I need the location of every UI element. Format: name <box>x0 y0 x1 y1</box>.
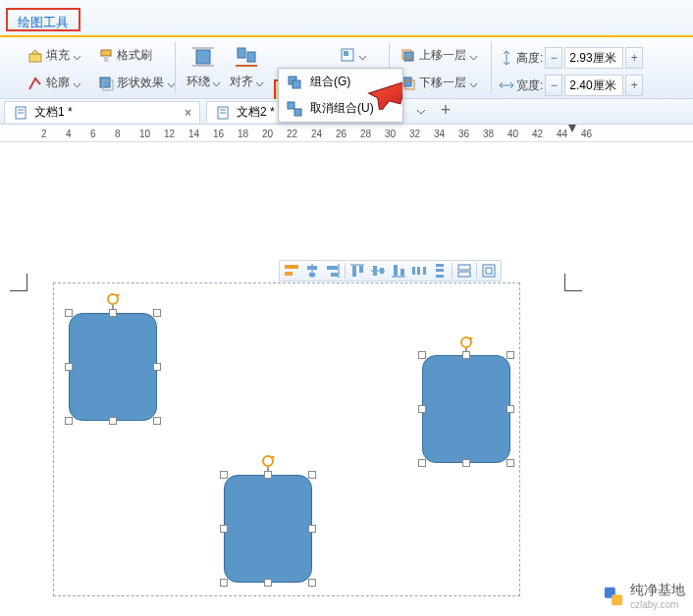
resize-handle[interactable] <box>109 309 117 317</box>
resize-handle[interactable] <box>418 459 426 467</box>
width-input[interactable] <box>564 75 623 96</box>
canvas[interactable] <box>0 144 693 616</box>
ruler-tick: 42 <box>532 128 543 139</box>
width-label: 宽度: <box>516 77 543 94</box>
resize-handle[interactable] <box>220 525 228 533</box>
svg-rect-2 <box>104 56 108 62</box>
title-tab-bar: 绘图工具 <box>0 0 693 37</box>
bring-forward-label: 上移一层 <box>419 47 466 64</box>
ruler-tick: 18 <box>238 128 248 139</box>
resize-handle[interactable] <box>220 579 228 587</box>
resize-handle[interactable] <box>506 351 514 359</box>
chevron-down-icon <box>469 51 478 60</box>
align-right-icon[interactable] <box>324 262 342 280</box>
svg-rect-39 <box>331 273 338 277</box>
resize-handle[interactable] <box>308 471 316 479</box>
resize-handle[interactable] <box>264 471 272 479</box>
height-icon <box>499 50 514 66</box>
svg-rect-44 <box>373 266 377 276</box>
fill-button[interactable]: 填充 <box>27 47 81 64</box>
resize-handle[interactable] <box>506 459 514 467</box>
group-icon <box>287 75 302 90</box>
shape-effect-icon <box>98 76 114 91</box>
align-button[interactable]: 对齐 <box>228 43 265 90</box>
separator <box>345 263 346 279</box>
resize-handle[interactable] <box>153 309 161 317</box>
bring-forward-icon <box>400 48 416 64</box>
resize-handle[interactable] <box>308 525 316 533</box>
new-tab-button[interactable]: + <box>436 100 455 120</box>
distribute-v-icon[interactable] <box>431 262 449 280</box>
chevron-down-icon <box>73 78 81 87</box>
format-painter-button[interactable]: 格式刷 <box>98 47 152 64</box>
tab-list-icon[interactable] <box>412 103 430 121</box>
resize-handle[interactable] <box>65 309 73 317</box>
resize-handle[interactable] <box>220 471 228 479</box>
ruler-tick: 46 <box>581 128 592 139</box>
svg-rect-54 <box>436 275 444 278</box>
height-decrease[interactable]: − <box>545 47 562 69</box>
drawing-tools-tab[interactable]: 绘图工具 <box>6 8 80 31</box>
align-bottom-icon[interactable] <box>390 262 407 280</box>
svg-rect-42 <box>359 266 363 273</box>
width-decrease[interactable]: − <box>545 75 562 96</box>
wrap-label: 环绕 <box>187 74 210 90</box>
resize-handle[interactable] <box>109 417 117 425</box>
align-center-h-icon[interactable] <box>303 262 321 280</box>
resize-handle[interactable] <box>418 351 426 359</box>
resize-handle[interactable] <box>462 351 470 359</box>
resize-handle[interactable] <box>418 405 426 413</box>
resize-handle[interactable] <box>153 363 161 371</box>
fill-label: 填充 <box>46 47 70 64</box>
height-group: 高度: − + <box>499 47 643 69</box>
send-backward-label: 下移一层 <box>419 75 466 91</box>
document-tab-1[interactable]: 文档1 * × <box>4 101 200 123</box>
distribute-h-icon[interactable] <box>410 262 428 280</box>
width-increase[interactable]: + <box>625 75 643 96</box>
svg-rect-3 <box>100 77 110 87</box>
svg-rect-33 <box>285 272 293 276</box>
ruler-tick: 38 <box>483 128 494 139</box>
rounded-rectangle-shape[interactable] <box>69 313 157 421</box>
svg-rect-41 <box>352 266 356 277</box>
ruler-tick: 32 <box>409 128 420 139</box>
chevron-down-icon <box>212 77 221 86</box>
align-left-icon[interactable] <box>283 262 300 280</box>
ruler-tick: 2 <box>41 128 47 139</box>
resize-handle[interactable] <box>506 405 514 413</box>
separator <box>175 42 176 93</box>
same-size-icon[interactable] <box>480 262 498 280</box>
close-icon[interactable]: × <box>185 106 191 120</box>
send-backward-button[interactable]: 下移一层 <box>400 75 478 91</box>
height-increase[interactable]: + <box>625 47 643 69</box>
svg-rect-24 <box>288 102 294 109</box>
svg-rect-0 <box>29 54 41 62</box>
resize-handle[interactable] <box>65 417 73 425</box>
wrap-button[interactable]: 环绕 <box>185 43 222 90</box>
rounded-rectangle-shape[interactable] <box>422 355 510 463</box>
annotation-arrow <box>363 71 402 110</box>
svg-rect-9 <box>247 52 255 62</box>
selection-pane-button[interactable] <box>340 47 367 63</box>
outline-button[interactable]: 轮廓 <box>27 75 81 91</box>
align-middle-icon[interactable] <box>369 262 387 280</box>
bring-forward-button[interactable]: 上移一层 <box>400 47 478 64</box>
floating-toolbar <box>279 260 502 282</box>
resize-handle[interactable] <box>462 459 470 467</box>
resize-handle[interactable] <box>264 579 272 587</box>
shape-effect-button[interactable]: 形状效果 <box>98 75 176 91</box>
resize-handle[interactable] <box>308 579 316 587</box>
resize-handle[interactable] <box>65 363 73 371</box>
align-top-icon[interactable] <box>348 262 366 280</box>
same-width-icon[interactable] <box>455 262 473 280</box>
svg-rect-49 <box>412 267 415 275</box>
separator <box>452 263 453 279</box>
document-tab-1-label: 文档1 * <box>34 104 73 121</box>
rounded-rectangle-shape[interactable] <box>224 475 312 583</box>
ruler-tick: 6 <box>90 128 96 139</box>
chevron-down-icon <box>73 51 81 60</box>
document-tab-2-label: 文档2 * <box>237 104 275 121</box>
svg-rect-53 <box>436 269 444 272</box>
height-input[interactable] <box>564 47 623 69</box>
resize-handle[interactable] <box>153 417 161 425</box>
